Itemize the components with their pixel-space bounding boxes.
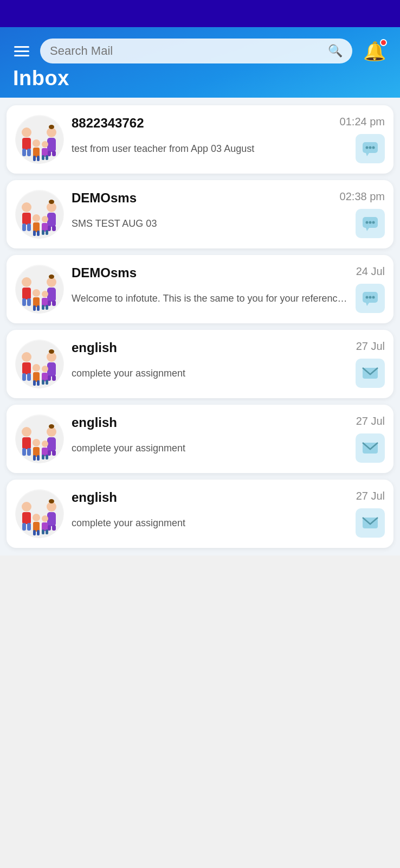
svg-rect-55	[52, 301, 56, 306]
svg-point-1	[22, 127, 31, 137]
svg-rect-110	[22, 523, 26, 531]
svg-rect-114	[47, 512, 56, 526]
svg-rect-124	[46, 529, 48, 534]
svg-point-108	[22, 502, 31, 512]
svg-rect-39	[42, 230, 44, 235]
svg-rect-91	[22, 448, 26, 456]
svg-point-67	[372, 296, 375, 299]
svg-rect-116	[52, 525, 56, 531]
mail-preview: SMS TEST AUG 03	[72, 218, 350, 229]
svg-point-24	[22, 202, 31, 212]
mail-sender: english	[72, 415, 117, 430]
svg-rect-101	[37, 455, 40, 461]
svg-point-47	[22, 277, 31, 287]
svg-point-113	[49, 499, 54, 503]
search-bar[interactable]: 🔍	[40, 39, 352, 63]
avatar	[15, 340, 64, 388]
svg-rect-90	[22, 437, 31, 449]
mail-sender: DEMOsms	[72, 190, 137, 206]
svg-marker-22	[366, 153, 369, 156]
mail-time: 27 Jul	[356, 340, 385, 353]
email-icon	[356, 508, 385, 538]
svg-rect-109	[22, 512, 31, 524]
inbox-label: Inbox	[13, 67, 69, 90]
mail-header-row: 8822343762 01:24 pm	[72, 116, 385, 131]
mail-body-row: complete your assignment	[72, 359, 385, 388]
mail-content: english 27 Jul complete your assignment	[72, 340, 385, 388]
avatar	[15, 115, 64, 164]
mail-header-row: DEMOsms 02:38 pm	[72, 190, 385, 206]
svg-rect-59	[37, 305, 40, 311]
notification-dot	[380, 39, 387, 46]
mail-header-row: english 27 Jul	[72, 415, 385, 430]
svg-marker-45	[366, 228, 369, 231]
svg-rect-7	[47, 138, 56, 152]
mail-sender: DEMOsms	[72, 265, 137, 280]
search-input[interactable]	[50, 44, 322, 58]
svg-point-20	[369, 146, 372, 149]
mail-header-row: english 27 Jul	[72, 340, 385, 355]
svg-rect-63	[46, 305, 48, 310]
mail-item[interactable]: 8822343762 01:24 pm test from user teach…	[7, 105, 393, 174]
svg-point-66	[369, 296, 372, 299]
mail-preview: complete your assignment	[72, 368, 350, 379]
svg-point-29	[49, 200, 54, 204]
svg-rect-49	[22, 298, 26, 306]
svg-rect-36	[37, 231, 40, 236]
mail-item[interactable]: english 27 Jul complete your assignment	[7, 405, 393, 473]
svg-rect-26	[22, 224, 26, 231]
svg-point-52	[49, 275, 54, 279]
svg-point-37	[42, 216, 48, 222]
svg-point-42	[366, 221, 369, 224]
svg-rect-73	[27, 373, 31, 381]
svg-point-10	[33, 139, 40, 147]
svg-rect-12	[33, 156, 36, 161]
svg-rect-119	[33, 530, 36, 535]
svg-rect-50	[27, 298, 31, 306]
mail-sender: 8822343762	[72, 116, 144, 131]
mail-preview: Welcome to infotute. This is the same to…	[72, 293, 350, 304]
svg-point-79	[33, 364, 40, 372]
svg-point-117	[33, 514, 40, 521]
svg-rect-120	[37, 530, 40, 535]
svg-point-121	[42, 515, 48, 522]
mail-item[interactable]: DEMOsms 24 Jul Welcome to infotute. This…	[7, 255, 393, 323]
mail-header-row: DEMOsms 24 Jul	[72, 265, 385, 280]
mail-preview: complete your assignment	[72, 443, 350, 454]
svg-rect-48	[22, 288, 31, 299]
avatar	[15, 190, 64, 239]
svg-rect-58	[33, 305, 36, 311]
search-icon: 🔍	[328, 44, 343, 58]
svg-marker-68	[366, 303, 369, 306]
mail-time: 27 Jul	[356, 415, 385, 427]
svg-point-6	[49, 125, 54, 129]
mail-body-row: test from user teacher from App 03 Augus…	[72, 134, 385, 163]
mail-item[interactable]: english 27 Jul complete your assignment	[7, 330, 393, 398]
notification-button[interactable]: 🔔	[360, 37, 389, 65]
sms-icon	[356, 284, 385, 313]
mail-item[interactable]: DEMOsms 02:38 pm SMS TEST AUG 03	[7, 180, 393, 248]
svg-point-102	[42, 441, 48, 447]
svg-rect-92	[27, 448, 31, 456]
mail-header-row: english 27 Jul	[72, 490, 385, 505]
svg-rect-100	[33, 455, 36, 461]
svg-rect-13	[37, 156, 40, 161]
mail-content: DEMOsms 02:38 pm SMS TEST AUG 03	[72, 190, 385, 238]
mail-item[interactable]: english 27 Jul complete your assignment	[7, 480, 393, 548]
menu-button[interactable]	[11, 43, 33, 60]
svg-rect-62	[42, 305, 44, 310]
svg-rect-3	[22, 149, 26, 156]
svg-rect-53	[47, 288, 56, 302]
svg-rect-32	[52, 226, 56, 231]
header: 🔍 🔔 Inbox	[0, 27, 400, 98]
svg-rect-71	[22, 362, 31, 374]
svg-rect-27	[27, 224, 31, 231]
sms-icon	[356, 209, 385, 238]
svg-point-56	[33, 289, 40, 297]
svg-rect-86	[46, 380, 48, 385]
svg-rect-16	[42, 155, 44, 160]
svg-rect-123	[42, 529, 44, 534]
mail-time: 27 Jul	[356, 490, 385, 502]
mail-sender: english	[72, 340, 117, 355]
mail-content: english 27 Jul complete your assignment	[72, 490, 385, 538]
